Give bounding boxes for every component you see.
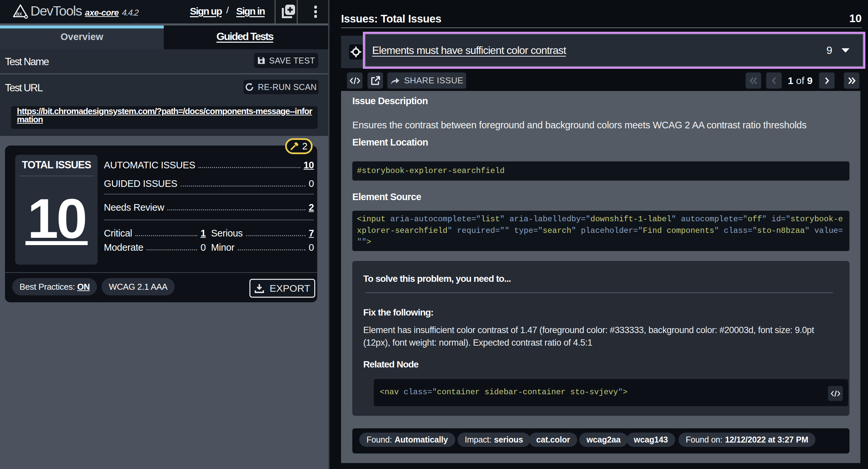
svg-text:ax: ax [16, 10, 22, 17]
